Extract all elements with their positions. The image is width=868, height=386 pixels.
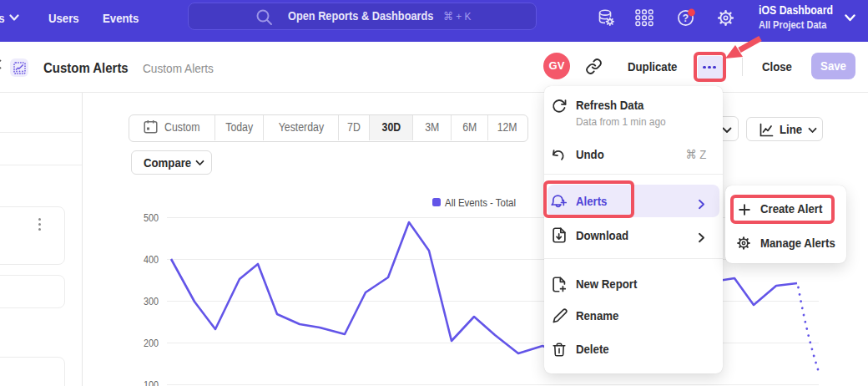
svg-text:300: 300 — [144, 296, 159, 307]
svg-text:400: 400 — [144, 254, 159, 266]
svg-text:All Events - Total: All Events - Total — [445, 196, 516, 209]
svg-text:200: 200 — [144, 338, 159, 349]
svg-text:100: 100 — [144, 379, 159, 386]
svg-text:500: 500 — [144, 212, 159, 224]
